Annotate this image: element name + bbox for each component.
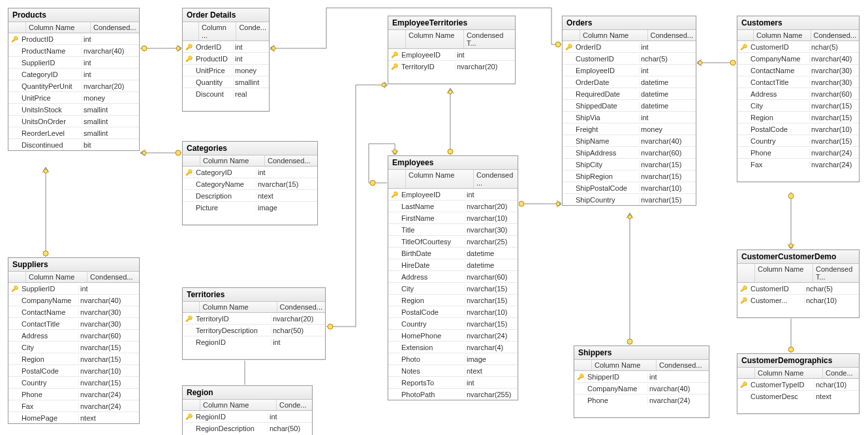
table-row[interactable]: Countrynvarchar(15) xyxy=(737,135,859,147)
table-row[interactable]: ShipCitynvarchar(15) xyxy=(563,159,696,170)
table-row[interactable]: Addressnvarchar(60) xyxy=(737,88,859,100)
table-row[interactable]: ProductNamenvarchar(40) xyxy=(8,45,139,57)
table-row[interactable]: HomePagentext xyxy=(8,412,139,423)
table-row[interactable]: Discontinuedbit xyxy=(8,139,139,150)
table-orderdetails[interactable]: Order Details Column ... Conde... 🔑Order… xyxy=(182,8,270,112)
table-row[interactable]: Discountreal xyxy=(183,88,269,99)
table-row[interactable]: 🔑ShipperIDint xyxy=(574,371,709,383)
table-row[interactable]: LastNamenvarchar(20) xyxy=(388,201,518,212)
table-row[interactable]: CategoryNamenvarchar(15) xyxy=(183,178,317,190)
table-row[interactable]: 🔑CategoryIDint xyxy=(183,167,317,178)
table-row[interactable]: UnitsOnOrdersmallint xyxy=(8,116,139,127)
table-row[interactable]: UnitPricemoney xyxy=(8,92,139,104)
table-customercustomerdemo[interactable]: CustomerCustomerDemo Column Name Condens… xyxy=(737,250,860,318)
table-row[interactable]: ContactNamenvarchar(30) xyxy=(737,65,859,76)
table-row[interactable]: Extensionnvarchar(4) xyxy=(388,342,518,353)
table-row[interactable]: Notesntext xyxy=(388,365,518,377)
table-row[interactable]: Photoimage xyxy=(388,353,518,365)
table-row[interactable]: Faxnvarchar(24) xyxy=(737,159,859,170)
table-row[interactable]: HireDatedatetime xyxy=(388,259,518,271)
table-row[interactable]: 🔑CustomerIDnchar(5) xyxy=(737,283,859,295)
table-customers[interactable]: Customers Column Name Condensed... 🔑Cust… xyxy=(737,16,860,182)
table-row[interactable]: TitleOfCourtesynvarchar(25) xyxy=(388,236,518,248)
table-row[interactable]: ContactNamenvarchar(30) xyxy=(8,306,139,318)
table-row[interactable]: Addressnvarchar(60) xyxy=(388,271,518,283)
table-row[interactable]: Quantitysmallint xyxy=(183,76,269,88)
table-shippers[interactable]: Shippers Column Name Condensed... 🔑Shipp… xyxy=(574,346,709,418)
table-row[interactable]: CustomerIDnchar(5) xyxy=(563,53,696,65)
table-row[interactable]: BirthDatedatetime xyxy=(388,248,518,259)
table-row[interactable]: ShipCountrynvarchar(15) xyxy=(563,194,696,205)
table-row[interactable]: 🔑ProductIDint xyxy=(8,33,139,45)
table-row[interactable]: SupplierIDint xyxy=(8,57,139,69)
table-row[interactable]: PostalCodenvarchar(10) xyxy=(737,123,859,135)
table-row[interactable]: TerritoryDescriptionnchar(50) xyxy=(183,325,325,336)
table-categories[interactable]: Categories Column Name Condensed... 🔑Cat… xyxy=(182,141,318,225)
table-row[interactable]: ShippedDatedatetime xyxy=(563,100,696,112)
table-row[interactable]: ShipRegionnvarchar(15) xyxy=(563,170,696,182)
table-row[interactable]: ReportsToint xyxy=(388,377,518,389)
diagram-canvas[interactable]: Products Column Name Condensed... 🔑Produ… xyxy=(0,0,868,435)
table-row[interactable]: ContactTitlenvarchar(30) xyxy=(737,76,859,88)
table-row[interactable]: RegionDescriptionnchar(50) xyxy=(183,423,312,434)
table-row[interactable]: PostalCodenvarchar(10) xyxy=(8,365,139,377)
table-row[interactable]: 🔑CustomerTypeIDnchar(10) xyxy=(737,379,859,391)
table-row[interactable]: Titlenvarchar(30) xyxy=(388,224,518,236)
table-region[interactable]: Region Column Name Conde... 🔑RegionIDint… xyxy=(182,385,313,435)
table-row[interactable]: 🔑ProductIDint xyxy=(183,53,269,65)
table-row[interactable]: ShipNamenvarchar(40) xyxy=(563,135,696,147)
table-row[interactable]: CompanyNamenvarchar(40) xyxy=(574,383,709,395)
table-orders[interactable]: Orders Column Name Condensed... 🔑OrderID… xyxy=(562,16,696,206)
table-row[interactable]: Phonenvarchar(24) xyxy=(737,147,859,159)
table-row[interactable]: Phonenvarchar(24) xyxy=(574,395,709,406)
table-row[interactable]: Citynvarchar(15) xyxy=(8,342,139,353)
table-row[interactable]: ContactTitlenvarchar(30) xyxy=(8,318,139,330)
table-row[interactable]: Citynvarchar(15) xyxy=(388,283,518,295)
table-row[interactable]: Countrynvarchar(15) xyxy=(8,377,139,389)
table-row[interactable]: ReorderLevelsmallint xyxy=(8,127,139,139)
table-row[interactable]: ShipPostalCodenvarchar(10) xyxy=(563,182,696,194)
table-suppliers[interactable]: Suppliers Column Name Condensed... 🔑Supp… xyxy=(8,257,140,424)
table-row[interactable]: Regionnvarchar(15) xyxy=(737,112,859,123)
table-row[interactable]: PhotoPathnvarchar(255) xyxy=(388,389,518,400)
table-row[interactable]: Faxnvarchar(24) xyxy=(8,400,139,412)
table-row[interactable]: 🔑EmployeeIDint xyxy=(388,189,518,201)
table-row[interactable]: 🔑EmployeeIDint xyxy=(388,49,515,61)
table-products[interactable]: Products Column Name Condensed... 🔑Produ… xyxy=(8,8,140,151)
table-row[interactable]: FirstNamenvarchar(10) xyxy=(388,212,518,224)
table-row[interactable]: 🔑SupplierIDint xyxy=(8,283,139,295)
table-territories[interactable]: Territories Column Name Condensed... 🔑Te… xyxy=(182,287,326,360)
table-row[interactable]: CompanyNamenvarchar(40) xyxy=(8,295,139,306)
table-row[interactable]: 🔑TerritoryIDnvarchar(20) xyxy=(388,61,515,72)
table-row[interactable]: QuantityPerUnitnvarchar(20) xyxy=(8,80,139,92)
table-row[interactable]: RequiredDatedatetime xyxy=(563,88,696,100)
table-row[interactable]: Phonenvarchar(24) xyxy=(8,389,139,400)
table-row[interactable]: Citynvarchar(15) xyxy=(737,100,859,112)
table-row[interactable]: Pictureimage xyxy=(183,202,317,213)
table-row[interactable]: 🔑Customer...nchar(10) xyxy=(737,295,859,306)
table-row[interactable]: HomePhonenvarchar(24) xyxy=(388,330,518,342)
table-row[interactable]: Regionnvarchar(15) xyxy=(388,295,518,306)
table-row[interactable]: Freightmoney xyxy=(563,123,696,135)
table-row[interactable]: 🔑OrderIDint xyxy=(183,41,269,53)
table-row[interactable]: UnitsInStocksmallint xyxy=(8,104,139,116)
table-row[interactable]: Descriptionntext xyxy=(183,190,317,202)
table-row[interactable]: 🔑RegionIDint xyxy=(183,411,312,423)
table-employeeterritories[interactable]: EmployeeTerritories Column Name Condense… xyxy=(388,16,516,84)
table-row[interactable]: ShipViaint xyxy=(563,112,696,123)
table-row[interactable]: 🔑CustomerIDnchar(5) xyxy=(737,41,859,53)
table-row[interactable]: Countrynvarchar(15) xyxy=(388,318,518,330)
table-row[interactable]: CustomerDescntext xyxy=(737,391,859,402)
table-row[interactable]: CategoryIDint xyxy=(8,69,139,80)
table-row[interactable]: OrderDatedatetime xyxy=(563,76,696,88)
table-row[interactable]: RegionIDint xyxy=(183,336,325,347)
table-row[interactable]: UnitPricemoney xyxy=(183,65,269,76)
table-row[interactable]: PostalCodenvarchar(10) xyxy=(388,306,518,318)
table-employees[interactable]: Employees Column Name Condensed ... 🔑Emp… xyxy=(388,155,518,400)
table-row[interactable]: CompanyNamenvarchar(40) xyxy=(737,53,859,65)
table-row[interactable]: Addressnvarchar(60) xyxy=(8,330,139,342)
table-row[interactable]: EmployeeIDint xyxy=(563,65,696,76)
table-row[interactable]: 🔑OrderIDint xyxy=(563,41,696,53)
table-row[interactable]: ShipAddressnvarchar(60) xyxy=(563,147,696,159)
table-row[interactable]: Regionnvarchar(15) xyxy=(8,353,139,365)
